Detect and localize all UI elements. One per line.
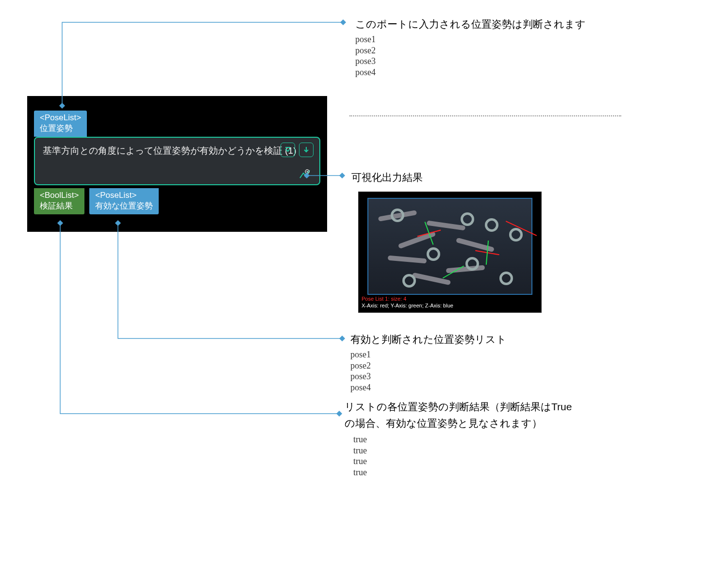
viz-text-white: X-Axis: red; Y-Axis: green; Z-Axis: blue [362, 303, 453, 308]
port-type: <PoseList> [95, 190, 153, 201]
input-port-poselist[interactable]: <PoseList> 位置姿勢 [34, 111, 87, 137]
svg-marker-9 [337, 411, 342, 416]
node-title-box[interactable]: 基準方向との角度によって位置姿勢が有効かどうかを検証 (1) [34, 137, 320, 185]
svg-point-1 [307, 171, 308, 173]
annotation-bool: リストの各位置姿勢の判断結果（判断結果はTrueの場合、有効な位置姿勢と見なされ… [345, 399, 578, 478]
anno-list-item: true [353, 456, 578, 467]
download-icon[interactable] [299, 143, 314, 157]
output-port-poselist[interactable]: <PoseList> 有効な位置姿勢 [89, 188, 159, 214]
anno-list-item: pose4 [350, 382, 583, 393]
anno-list-item: pose1 [350, 349, 583, 360]
annotation-input: このポートに入力される位置姿勢は判断されます pose1 pose2 pose3… [355, 17, 588, 78]
anno-list-item: pose1 [355, 34, 588, 45]
expand-icon[interactable] [281, 143, 295, 157]
annotation-text: リストの各位置姿勢の判断結果（判断結果はTrueの場合、有効な位置姿勢と見なされ… [345, 399, 578, 431]
svg-marker-5 [340, 173, 345, 178]
anno-list-item: pose2 [350, 360, 583, 371]
node-panel: <PoseList> 位置姿勢 基準方向との角度によって位置姿勢が有効かどうかを… [27, 96, 327, 232]
svg-marker-3 [341, 20, 346, 25]
annotation-text: 有効と判断された位置姿勢リスト [350, 333, 583, 346]
node-title: 基準方向との角度によって位置姿勢が有効かどうかを検証 (1) [43, 145, 297, 156]
anno-list-item: true [353, 467, 578, 478]
viz-scene [367, 198, 532, 295]
output-port-boollist[interactable]: <BoolList> 検証結果 [34, 188, 84, 214]
svg-marker-7 [340, 336, 345, 341]
annotation-viz: 可視化出力結果 [351, 171, 423, 184]
anno-list-item: true [353, 434, 578, 445]
anno-list-item: pose2 [355, 45, 588, 56]
port-type: <PoseList> [40, 113, 81, 123]
visualize-icon[interactable] [298, 167, 312, 180]
port-type: <BoolList> [40, 190, 79, 201]
annotation-text: 可視化出力結果 [351, 171, 423, 184]
port-label: 検証結果 [40, 201, 79, 211]
port-label: 有効な位置姿勢 [95, 201, 153, 211]
annotation-text: このポートに入力される位置姿勢は判断されます [355, 17, 588, 31]
anno-list-item: pose3 [355, 56, 588, 67]
viz-text-red: Pose List 1: size: 4 [362, 296, 406, 302]
anno-list-item: pose3 [350, 371, 583, 382]
anno-list-item: true [353, 445, 578, 456]
separator [349, 115, 621, 116]
port-label: 位置姿勢 [40, 123, 81, 134]
anno-list-item: pose4 [355, 67, 588, 78]
viz-preview: Pose List 1: size: 4 X-Axis: red; Y-Axis… [358, 192, 542, 313]
annotation-valid: 有効と判断された位置姿勢リスト pose1 pose2 pose3 pose4 [350, 333, 583, 393]
